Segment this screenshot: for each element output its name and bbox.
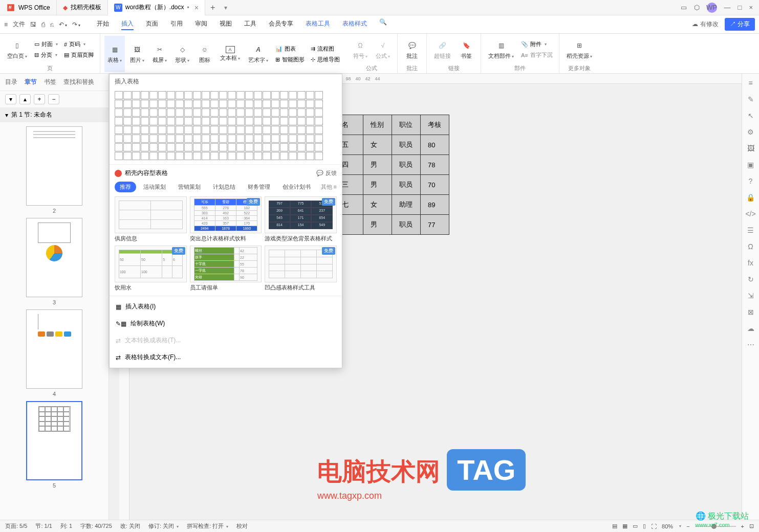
grid-cell[interactable]	[245, 108, 253, 117]
grid-cell[interactable]	[132, 117, 140, 125]
maximize-icon[interactable]: □	[738, 4, 742, 11]
flowchart-button[interactable]: ⇉流程图	[309, 44, 342, 54]
grid-cell[interactable]	[176, 117, 184, 125]
document-table[interactable]: 名性别职位考核 五女职员80 四男职员78 三男职员70 七女助理89 男职员7…	[334, 115, 449, 235]
grid-cell[interactable]	[280, 108, 288, 117]
grid-cell[interactable]	[228, 152, 236, 160]
grid-cell[interactable]	[176, 143, 184, 151]
grid-cell[interactable]	[245, 143, 253, 151]
grid-cell[interactable]	[271, 117, 279, 125]
view-read-icon[interactable]: ▯	[643, 523, 646, 529]
grid-cell[interactable]	[123, 135, 132, 143]
grid-cell[interactable]	[193, 108, 201, 117]
grid-cell[interactable]	[123, 117, 132, 125]
grid-cell[interactable]	[280, 152, 288, 160]
grid-cell[interactable]	[158, 108, 166, 117]
grid-cell[interactable]	[176, 91, 184, 99]
grid-cell[interactable]	[306, 126, 314, 134]
grid-cell[interactable]	[245, 91, 253, 99]
nav-up-icon[interactable]: ▴	[19, 94, 31, 104]
grid-cell[interactable]	[210, 135, 219, 143]
grid-cell[interactable]	[280, 117, 288, 125]
cursor-icon[interactable]: ↖	[748, 112, 754, 120]
header-footer-button[interactable]: ▤页眉页脚	[62, 50, 96, 60]
save-icon[interactable]: 🖫	[30, 21, 36, 28]
tab-table-style[interactable]: 表格样式	[342, 18, 367, 30]
thumbnail-page-3[interactable]: 3	[26, 218, 82, 305]
grid-cell[interactable]	[149, 117, 158, 125]
tab-home[interactable]: 开始	[97, 18, 109, 30]
grid-cell[interactable]	[236, 152, 245, 160]
view-outline-icon[interactable]: ▭	[633, 523, 638, 529]
textbox-button[interactable]: A 文本框▾	[217, 36, 243, 72]
docparts-button[interactable]: ▥ 文档部件▾	[485, 36, 517, 63]
undo-icon[interactable]: ↶▾	[59, 21, 67, 28]
grid-cell[interactable]	[193, 100, 201, 108]
status-revision[interactable]: 修订: 关闭 ▾	[148, 522, 179, 530]
grid-cell[interactable]	[236, 91, 245, 99]
grid-cell[interactable]	[263, 91, 271, 99]
grid-cell[interactable]	[271, 100, 279, 108]
grid-cell[interactable]	[193, 91, 201, 99]
pen-icon[interactable]: ✎	[748, 95, 754, 103]
grid-cell[interactable]	[263, 143, 271, 151]
grid-cell[interactable]	[123, 126, 132, 134]
thumbnail-page-5[interactable]: 5	[26, 401, 82, 489]
grid-cell[interactable]	[297, 91, 306, 99]
grid-cell[interactable]	[245, 126, 253, 134]
x-icon[interactable]: ⊠	[748, 308, 754, 316]
status-spell[interactable]: 拼写检查: 打开 ▾	[187, 522, 228, 530]
tpl-tab-marketing[interactable]: 营销策划	[173, 182, 206, 192]
grid-cell[interactable]	[132, 91, 140, 99]
grid-cell[interactable]	[210, 143, 219, 151]
grid-cell[interactable]	[141, 143, 149, 151]
grid-cell[interactable]	[254, 91, 262, 99]
has-changes-indicator[interactable]: ☁ 有修改	[692, 20, 718, 29]
grid-cell[interactable]	[158, 143, 166, 151]
status-column[interactable]: 列: 1	[60, 522, 72, 530]
grid-cell[interactable]	[167, 152, 175, 160]
add-tab-button[interactable]: +	[205, 3, 220, 12]
grid-cell[interactable]	[280, 143, 288, 151]
mindmap-button[interactable]: ⊹思维导图	[309, 55, 342, 64]
grid-cell[interactable]	[149, 126, 158, 134]
grid-cell[interactable]	[289, 126, 297, 134]
template-item[interactable]: 免费 505056100100 饮用水	[115, 246, 187, 292]
template-item[interactable]: 免费 凹凸感表格样式工具	[265, 246, 337, 292]
grid-cell[interactable]	[184, 126, 192, 134]
status-track[interactable]: 改: 关闭	[120, 522, 140, 530]
status-section[interactable]: 节: 1/1	[35, 522, 52, 530]
grid-cell[interactable]	[141, 100, 149, 108]
grid-cell[interactable]	[210, 108, 219, 117]
minimize-icon[interactable]: —	[724, 4, 731, 11]
fit-icon[interactable]: ⊡	[749, 523, 754, 529]
template-item[interactable]: 螺丝42 扳手22 十字批55 一字批78 夹钳90 员工请假单	[190, 246, 262, 292]
grid-cell[interactable]	[141, 117, 149, 125]
grid-cell[interactable]	[184, 100, 192, 108]
grid-cell[interactable]	[176, 135, 184, 143]
grid-cell[interactable]	[167, 91, 175, 99]
view-full-icon[interactable]: ⛶	[651, 523, 657, 529]
grid-cell[interactable]	[297, 135, 306, 143]
grid-cell[interactable]	[254, 100, 262, 108]
layers-icon[interactable]: ▣	[747, 161, 754, 169]
grid-cell[interactable]	[132, 108, 140, 117]
grid-cell[interactable]	[167, 143, 175, 151]
tab-member[interactable]: 会员专享	[269, 18, 293, 30]
grid-cell[interactable]	[167, 100, 175, 108]
grid-cell[interactable]	[263, 152, 271, 160]
lock-icon[interactable]: 🔒	[746, 193, 755, 202]
history-icon[interactable]: ↻	[748, 275, 754, 283]
grid-cell[interactable]	[289, 91, 297, 99]
tab-templates[interactable]: ◆ 找稻壳模板	[57, 0, 108, 15]
grid-cell[interactable]	[210, 152, 219, 160]
tpl-tab-recommend[interactable]: 推荐	[115, 182, 136, 192]
grid-cell[interactable]	[149, 152, 158, 160]
grid-cell[interactable]	[315, 152, 323, 160]
grid-cell[interactable]	[141, 126, 149, 134]
grid-cell[interactable]	[219, 152, 227, 160]
template-item[interactable]: 免费 可乐雪碧橙汁 555278182 303492522 414163364 …	[190, 196, 262, 242]
grid-cell[interactable]	[263, 135, 271, 143]
grid-cell[interactable]	[289, 143, 297, 151]
grid-cell[interactable]	[149, 100, 158, 108]
